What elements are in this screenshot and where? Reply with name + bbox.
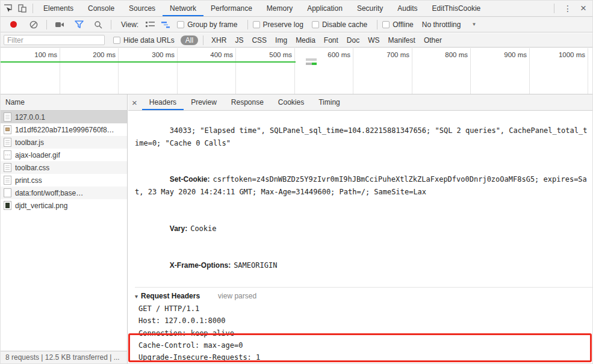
capture-screenshots-button[interactable] [52, 18, 67, 31]
offline-label: Offline [393, 20, 413, 29]
request-name: toolbar.js [15, 138, 44, 147]
request-row[interactable]: toolbar.js [1, 136, 127, 149]
document-icon [4, 113, 11, 122]
filter-type-other[interactable]: Other [420, 35, 446, 45]
request-name: 127.0.0.1 [15, 113, 45, 122]
throttling-dropdown[interactable]: No throttling ▼ [422, 20, 477, 29]
tab-sources[interactable]: Sources [122, 1, 163, 16]
request-row[interactable]: ajax-loader.gif [1, 149, 127, 161]
checkbox-icon [177, 21, 184, 28]
filter-type-ws[interactable]: WS [364, 35, 383, 45]
request-row[interactable]: toolbar.css [1, 161, 127, 174]
tab-preview[interactable]: Preview [184, 94, 224, 110]
request-row[interactable]: print.css [1, 174, 127, 187]
checkbox-icon [253, 21, 260, 28]
show-overview-button[interactable] [158, 18, 173, 31]
throttling-value: No throttling [422, 20, 461, 29]
offline-checkbox[interactable]: Offline [382, 20, 413, 29]
preserve-log-checkbox[interactable]: Preserve log [253, 20, 303, 29]
clear-network-log-button[interactable] [26, 18, 42, 31]
response-header-line: 34033; "Elapsed time", SQLPanel_sql_time… [135, 113, 591, 161]
timeline-gridline [353, 48, 353, 94]
filter-type-js[interactable]: JS [231, 35, 247, 45]
image-icon [4, 125, 11, 134]
header-name: X-Frame-Options: [170, 261, 231, 270]
view-label: View: [121, 20, 138, 29]
record-network-log-button[interactable] [5, 18, 21, 31]
clear-icon [29, 20, 38, 29]
tab-audits[interactable]: Audits [390, 1, 424, 16]
tab-memory[interactable]: Memory [259, 1, 300, 16]
image-icon [4, 201, 11, 210]
tab-cookies[interactable]: Cookies [271, 94, 311, 110]
request-header-line: Host: 127.0.0.1:8000 [135, 315, 588, 327]
funnel-filter-icon [75, 20, 84, 28]
use-large-request-rows-button[interactable] [142, 18, 158, 31]
font-icon [4, 188, 11, 197]
request-name: toolbar.css [15, 164, 49, 172]
device-toolbar-button[interactable] [15, 1, 29, 16]
chevron-down-icon: ▼ [471, 22, 476, 27]
stylesheet-icon [4, 163, 11, 172]
request-row[interactable]: djdt_vertical.png [1, 199, 127, 212]
divider [203, 35, 203, 45]
filter-type-img[interactable]: Img [271, 35, 291, 45]
group-by-frame-checkbox[interactable]: Group by frame [177, 20, 237, 29]
timeline-tick: 800 ms [429, 51, 468, 58]
filter-type-xhr[interactable]: XHR [207, 35, 231, 45]
disable-cache-checkbox[interactable]: Disable cache [312, 20, 367, 29]
request-header-line: GET / HTTP/1.1 [135, 303, 588, 315]
request-headers-title[interactable]: Request Headers [141, 290, 200, 303]
network-toolbar: View: Group by frame [1, 17, 593, 32]
filter-type-all[interactable]: All [181, 35, 198, 45]
timeline-tick: 700 ms [371, 51, 409, 58]
headers-content[interactable]: 34033; "Elapsed time", SQLPanel_sql_time… [128, 111, 592, 363]
filter-type-doc[interactable]: Doc [343, 35, 364, 45]
search-button[interactable] [90, 18, 106, 31]
devtools-tabbar: Elements Console Sources Network Perform… [1, 1, 593, 17]
tab-headers[interactable]: Headers [142, 94, 184, 110]
divider [46, 20, 47, 29]
header-name: Vary: [170, 224, 187, 233]
name-column-header[interactable]: Name [1, 94, 127, 111]
close-details-icon[interactable]: × [128, 97, 142, 108]
timeline-gridline [177, 48, 178, 94]
divider [377, 20, 377, 29]
filter-type-media[interactable]: Media [291, 35, 320, 45]
tab-security[interactable]: Security [350, 1, 390, 16]
network-filter-bar: Hide data URLs All XHR JS CSS Img Media … [1, 33, 593, 48]
group-by-frame-label: Group by frame [187, 20, 237, 29]
hide-data-urls-checkbox[interactable]: Hide data URLs [113, 36, 175, 45]
checkbox-icon [312, 21, 319, 28]
requests-summary: 8 requests | 12.5 KB transferred | ... [5, 353, 120, 362]
filter-input[interactable] [4, 35, 105, 45]
request-row[interactable]: 127.0.0.1 [1, 111, 127, 123]
tab-network[interactable]: Network [163, 1, 203, 16]
tab-editthiscookie[interactable]: EditThisCookie [425, 1, 488, 16]
more-options-kebab-icon[interactable]: ⋮ [557, 4, 578, 13]
request-row[interactable]: 1d1df6220ab711e9996760f8… [1, 123, 127, 136]
status-bar: 8 requests | 12.5 KB transferred | ... [1, 351, 128, 363]
request-row[interactable]: data:font/woff;base… [1, 187, 127, 199]
view-parsed-link[interactable]: view parsed [218, 290, 256, 303]
tab-application[interactable]: Application [300, 1, 350, 16]
tab-console[interactable]: Console [81, 1, 122, 16]
tab-timing[interactable]: Timing [311, 94, 347, 110]
filter-type-manifest[interactable]: Manifest [384, 35, 420, 45]
inspect-element-button[interactable] [1, 1, 15, 16]
timeline-tick: 100 ms [19, 51, 57, 58]
tab-response[interactable]: Response [224, 94, 271, 110]
timeline-tick: 900 ms [488, 51, 527, 58]
request-header-line: Upgrade-Insecure-Requests: 1 [135, 351, 588, 363]
tab-elements[interactable]: Elements [36, 1, 81, 16]
timeline-tick: 1000 ms [547, 51, 585, 58]
filter-type-font[interactable]: Font [320, 35, 343, 45]
network-overview[interactable]: 100 ms 200 ms 300 ms 400 ms 500 ms 600 m… [1, 48, 593, 94]
disclosure-triangle-icon[interactable]: ▾ [135, 290, 138, 303]
timeline-gridline [588, 48, 588, 94]
close-devtools-icon[interactable]: × [578, 2, 593, 14]
filter-button[interactable] [71, 18, 87, 31]
timeline-gridline [235, 48, 236, 94]
tab-performance[interactable]: Performance [203, 1, 259, 16]
filter-type-css[interactable]: CSS [247, 35, 271, 45]
